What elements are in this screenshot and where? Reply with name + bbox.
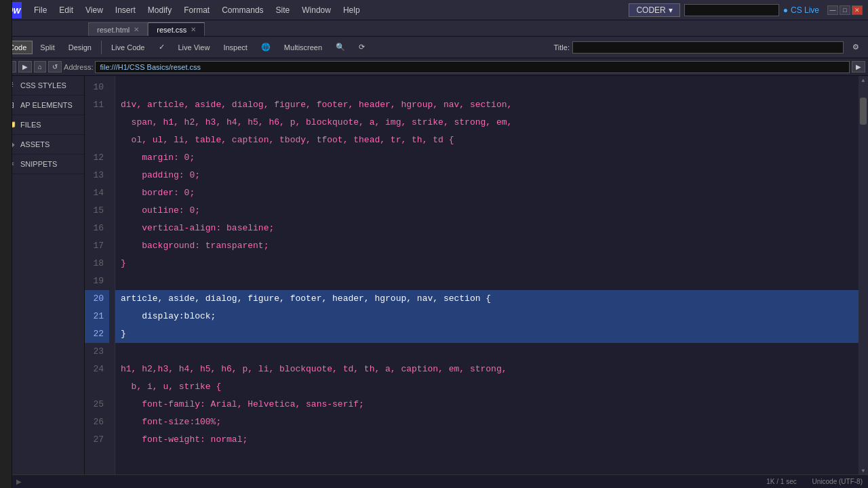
code-line-11c: ol, ul, li, table, caption, tbody, tfoot… <box>115 131 859 149</box>
line-num-11c <box>85 131 109 149</box>
menu-edit[interactable]: Edit <box>54 4 79 16</box>
code-line-26: font-size:100%; <box>115 413 859 431</box>
coder-dropdown-icon[interactable]: ▾ <box>669 5 673 15</box>
home-button[interactable]: ⌂ <box>34 61 46 73</box>
code-line-25: font-family: Arial, Helvetica, sans-seri… <box>115 396 859 413</box>
line-num-12: 12 <box>85 149 109 167</box>
line-num-11: 11 <box>85 96 109 114</box>
split-button[interactable]: Split <box>34 41 60 54</box>
menu-commands[interactable]: Commands <box>216 4 269 16</box>
sidebar-label-css-styles: CSS STYLES <box>20 81 66 89</box>
code-line-10 <box>115 79 859 96</box>
tab-close-reset-css[interactable]: ✕ <box>191 26 196 33</box>
status-bar: ◀ ▶ 1K / 1 sec Unicode (UTF-8) <box>0 474 868 488</box>
code-content: 10 11 12 13 14 15 16 17 18 19 20 21 22 2… <box>85 76 868 474</box>
line-num-23: 23 <box>85 343 109 361</box>
addr-refresh-button[interactable]: ↺ <box>48 61 62 73</box>
sidebar-item-files[interactable]: 📁 FILES <box>0 115 84 135</box>
line-num-19: 19 <box>85 272 109 290</box>
scroll-down-button[interactable]: ▼ <box>862 466 865 474</box>
tab-label-reset-css: reset.css <box>157 26 186 34</box>
line-num-16: 16 <box>85 220 109 237</box>
livecode-icon-button[interactable]: ✓ <box>153 40 171 54</box>
addr-go-button[interactable]: ▶ <box>852 61 865 73</box>
line-num-17: 17 <box>85 237 109 255</box>
sidebar: # CSS STYLES ⊞ AP ELEMENTS 📁 FILES ◈ ASS… <box>0 76 85 474</box>
code-line-24b: b, i, u, strike { <box>115 378 859 396</box>
address-input[interactable] <box>95 61 850 73</box>
scroll-thumb[interactable] <box>860 98 867 125</box>
tab-reset-html[interactable]: reset.html ✕ <box>88 22 148 36</box>
code-line-19 <box>115 272 859 290</box>
line-num-14: 14 <box>85 184 109 202</box>
menu-bar: File Edit View Insert Modify Format Comm… <box>28 4 629 16</box>
title-area: Title: ⚙ <box>554 40 865 54</box>
sidebar-label-assets: ASSETS <box>20 140 50 148</box>
line-num-13: 13 <box>85 167 109 184</box>
code-line-18: } <box>115 255 859 272</box>
address-bar: ◀ ▶ ⌂ ↺ Address: ▶ <box>0 58 868 76</box>
statusbar-info: 1K / 1 sec Unicode (UTF-8) <box>766 478 863 485</box>
scroll-up-button[interactable]: ▲ <box>862 76 865 84</box>
zoom-button[interactable]: 🔍 <box>330 40 351 54</box>
menu-insert[interactable]: Insert <box>110 4 141 16</box>
encoding-info: Unicode (UTF-8) <box>812 478 863 485</box>
line-num-10: 10 <box>85 79 109 96</box>
menu-window[interactable]: Window <box>296 4 336 16</box>
line-num-11b <box>85 114 109 131</box>
code-line-11b: span, h1, h2, h3, h4, h5, h6, p, blockqu… <box>115 114 859 131</box>
line-num-21: 21 <box>85 308 109 325</box>
menu-format[interactable]: Format <box>178 4 215 16</box>
toolbar: Code Split Design Live Code ✓ Live View … <box>0 37 868 58</box>
vertical-scrollbar[interactable]: ▲ ▼ <box>859 76 868 474</box>
scroll-right-button[interactable]: ▶ <box>16 478 22 485</box>
title-label: Title: <box>554 43 570 52</box>
design-button[interactable]: Design <box>62 41 98 54</box>
code-line-23 <box>115 343 859 361</box>
minimize-button[interactable]: — <box>827 5 838 15</box>
code-line-24: h1, h2,h3, h4, h5, h6, p, li, blockquote… <box>115 361 859 378</box>
menu-site[interactable]: Site <box>271 4 296 16</box>
tab-close-reset-html[interactable]: ✕ <box>134 26 139 33</box>
cs-live-button[interactable]: ● CS Live <box>783 5 819 15</box>
menu-help[interactable]: Help <box>338 4 366 16</box>
code-line-22: } <box>115 325 859 343</box>
code-line-12: margin: 0; <box>115 149 859 167</box>
title-action-button[interactable]: ⚙ <box>846 40 865 54</box>
multiscreen-button[interactable]: Multiscreen <box>278 41 328 54</box>
menu-file[interactable]: File <box>28 4 52 16</box>
globe-button[interactable]: 🌐 <box>255 40 277 54</box>
sidebar-label-files: FILES <box>20 121 41 129</box>
liveview-button[interactable]: Live View <box>172 41 216 54</box>
sidebar-item-assets[interactable]: ◈ ASSETS <box>0 135 84 155</box>
code-lines[interactable]: div, article, aside, dialog, figure, foo… <box>115 76 859 474</box>
titlebar: Dw File Edit View Insert Modify Format C… <box>0 0 868 20</box>
refresh-button[interactable]: ⟳ <box>353 40 371 54</box>
line-num-20: 20 <box>85 290 109 308</box>
code-line-16: vertical-align: baseline; <box>115 220 859 237</box>
tab-reset-css[interactable]: reset.css ✕ <box>148 22 205 36</box>
line-num-15: 15 <box>85 202 109 220</box>
code-line-13: padding: 0; <box>115 167 859 184</box>
menu-modify[interactable]: Modify <box>142 4 177 16</box>
code-line-27: font-weight: normal; <box>115 431 859 449</box>
forward-button[interactable]: ▶ <box>18 61 32 73</box>
sidebar-item-snippets[interactable]: ✂ SNIPPETS <box>0 155 84 174</box>
main-area: # CSS STYLES ⊞ AP ELEMENTS 📁 FILES ◈ ASS… <box>0 76 868 474</box>
search-input[interactable] <box>684 4 779 16</box>
coder-button[interactable]: CODER ▾ <box>629 3 679 17</box>
line-num-24b <box>85 378 109 396</box>
sidebar-item-ap-elements[interactable]: ⊞ AP ELEMENTS <box>0 96 84 115</box>
line-num-22: 22 <box>85 325 109 343</box>
maximize-button[interactable]: □ <box>840 5 850 15</box>
menu-view[interactable]: View <box>80 4 108 16</box>
cs-live-icon: ● <box>783 5 788 15</box>
sidebar-item-css-styles[interactable]: # CSS STYLES <box>0 76 84 96</box>
window-controls: — □ ✕ <box>827 5 863 15</box>
inspect-button[interactable]: Inspect <box>217 41 253 54</box>
close-button[interactable]: ✕ <box>852 5 863 15</box>
livecode-button[interactable]: Live Code <box>105 41 151 54</box>
title-input[interactable] <box>572 41 844 54</box>
sidebar-label-ap-elements: AP ELEMENTS <box>20 101 73 109</box>
tab-label-reset-html: reset.html <box>97 26 130 34</box>
